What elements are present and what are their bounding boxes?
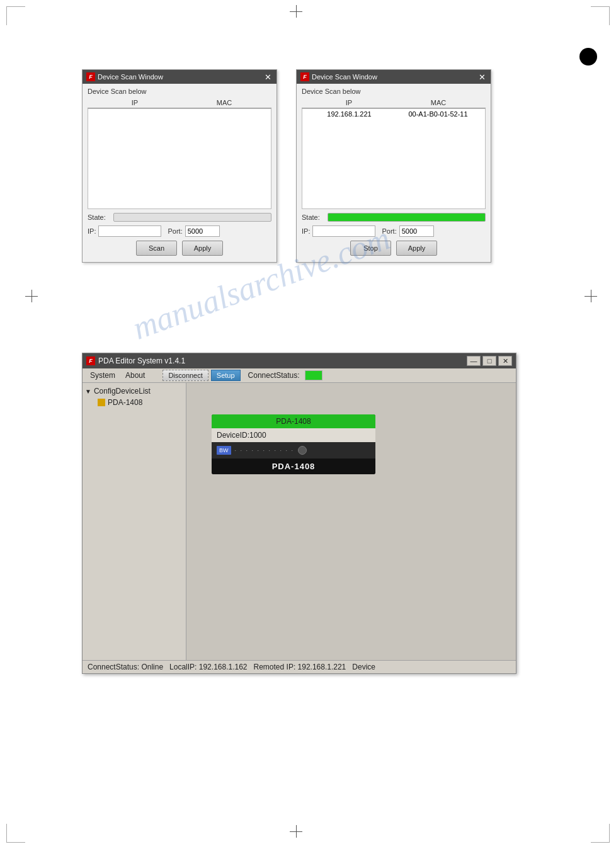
corner-br <box>591 824 610 843</box>
state-label-1: State: <box>88 214 110 221</box>
connect-status-indicator <box>305 370 322 380</box>
port-label-1: Port: <box>168 227 182 235</box>
scan-window-2-title: Device Scan Window <box>312 73 377 81</box>
port-label-2: Port: <box>382 227 396 235</box>
disconnect-button[interactable]: Disconnect <box>163 370 208 381</box>
state-bar-2 <box>328 213 486 222</box>
scan-row-ip: 192.168.1.221 <box>305 110 394 118</box>
scan-btn-row-2: Stop Apply <box>302 241 486 256</box>
ip-label-1: IP: <box>88 227 96 235</box>
scan-window-1-close[interactable]: ✕ <box>263 72 273 82</box>
minimize-button[interactable]: — <box>467 356 481 366</box>
titlebar-1-left: F Device Scan Window <box>86 72 163 81</box>
hw-circle <box>298 446 307 455</box>
crosshair-right-mid <box>585 290 597 302</box>
apply-button-2[interactable]: Apply <box>396 241 437 256</box>
status-local-ip: LocalIP: 192.168.1.162 <box>169 663 247 671</box>
scan-table-body-2: 192.168.1.221 00-A1-B0-01-52-11 <box>302 108 486 209</box>
app-icon-1: F <box>86 72 95 81</box>
tree-item-icon <box>98 399 105 406</box>
tree-item-pda1408[interactable]: PDA-1408 <box>85 397 183 408</box>
scan-window-2-body: Device Scan below IP MAC 192.168.1.221 0… <box>297 84 491 262</box>
toolbar-area: Disconnect Setup ConnectStatus: <box>163 370 322 381</box>
scan-button-1[interactable]: Scan <box>136 241 177 256</box>
state-label-2: State: <box>302 214 324 221</box>
ip-input-2[interactable] <box>312 225 375 237</box>
main-sidebar: ▼ ConfigDeviceList PDA-1408 <box>83 383 186 660</box>
maximize-button[interactable]: □ <box>482 356 496 366</box>
col-mac-header-1: MAC <box>180 99 269 106</box>
device-card-green: PDA-1408 <box>212 414 375 428</box>
device-card: PDA-1408 DeviceID:1000 BW · · · · · · · … <box>212 414 375 474</box>
hw-dots: · · · · · · · · · · · <box>235 447 295 453</box>
device-id-label: DeviceID:1000 <box>217 431 266 440</box>
corner-bl <box>6 824 25 843</box>
main-titlebar: F PDA Editor System v1.4.1 — □ ✕ <box>83 353 516 368</box>
device-card-info: DeviceID:1000 <box>212 428 375 442</box>
state-bar-1 <box>113 213 271 222</box>
apply-button-1[interactable]: Apply <box>182 241 223 256</box>
scan-table-header-2: IP MAC <box>302 98 486 108</box>
col-ip-header-1: IP <box>90 99 180 106</box>
scan-state-row-2: State: <box>302 213 486 222</box>
corner-tr <box>591 6 610 25</box>
main-canvas: PDA-1408 DeviceID:1000 BW · · · · · · · … <box>186 383 516 660</box>
scan-window-2-titlebar: F Device Scan Window ✕ <box>297 70 491 84</box>
device-card-label: PDA-1408 <box>212 459 375 474</box>
port-input-2[interactable] <box>399 225 434 237</box>
col-ip-header-2: IP <box>304 99 394 106</box>
scan-window-1-body: Device Scan below IP MAC State: IP: Port… <box>83 84 277 262</box>
scan-device-label-2: Device Scan below <box>302 88 486 95</box>
scan-ip-row-1: IP: Port: <box>88 225 271 237</box>
connect-status-label: ConnectStatus: <box>248 371 300 380</box>
col-mac-header-2: MAC <box>394 99 483 106</box>
crosshair-left-mid <box>25 290 38 302</box>
scan-device-label-1: Device Scan below <box>88 88 271 95</box>
app-icon-2: F <box>300 72 309 81</box>
device-card-hw: BW · · · · · · · · · · · <box>212 442 375 459</box>
scan-table-body-1 <box>88 108 271 209</box>
scan-btn-row-1: Scan Apply <box>88 241 271 256</box>
scan-row-mac: 00-A1-B0-01-52-11 <box>394 110 482 118</box>
status-connect: ConnectStatus: Online <box>88 663 163 671</box>
tree-section-header[interactable]: ▼ ConfigDeviceList <box>85 385 183 397</box>
ip-label-2: IP: <box>302 227 310 235</box>
scan-window-2: F Device Scan Window ✕ Device Scan below… <box>296 69 491 263</box>
tree-item-label: PDA-1408 <box>108 398 142 407</box>
main-app-icon: F <box>86 356 95 365</box>
main-menubar: System About Disconnect Setup ConnectSta… <box>83 368 516 383</box>
main-titlebar-left: F PDA Editor System v1.4.1 <box>86 356 185 365</box>
port-input-1[interactable] <box>185 225 220 237</box>
tree-arrow-icon: ▼ <box>85 388 91 395</box>
corner-tl <box>6 6 25 25</box>
tree-section-label: ConfigDeviceList <box>94 387 151 396</box>
scan-ip-row-2: IP: Port: <box>302 225 486 237</box>
scan-window-1-titlebar: F Device Scan Window ✕ <box>83 70 277 84</box>
scan-window-2-close[interactable]: ✕ <box>477 72 487 82</box>
scan-window-1: F Device Scan Window ✕ Device Scan below… <box>82 69 277 263</box>
titlebar-2-left: F Device Scan Window <box>300 72 377 81</box>
black-circle-badge <box>579 48 597 66</box>
window-controls: — □ ✕ <box>467 356 512 366</box>
status-device: Device <box>352 663 375 671</box>
status-remote-ip: Remoted IP: 192.168.1.221 <box>254 663 346 671</box>
ip-input-1[interactable] <box>98 225 161 237</box>
main-window: F PDA Editor System v1.4.1 — □ ✕ System … <box>82 353 516 674</box>
scan-windows-container: F Device Scan Window ✕ Device Scan below… <box>82 69 491 263</box>
scan-table-row-2-0: 192.168.1.221 00-A1-B0-01-52-11 <box>302 109 485 119</box>
main-content: ▼ ConfigDeviceList PDA-1408 PDA-1408 Dev… <box>83 383 516 660</box>
hw-blue-label: BW <box>217 446 231 455</box>
menu-system[interactable]: System <box>85 370 120 381</box>
crosshair-bottom <box>290 825 302 838</box>
main-statusbar: ConnectStatus: Online LocalIP: 192.168.1… <box>83 660 516 673</box>
menu-about[interactable]: About <box>120 370 150 381</box>
setup-button[interactable]: Setup <box>211 370 241 381</box>
scan-window-1-title: Device Scan Window <box>98 73 163 81</box>
scan-table-header-1: IP MAC <box>88 98 271 108</box>
scan-state-row-1: State: <box>88 213 271 222</box>
stop-button-2[interactable]: Stop <box>350 241 391 256</box>
crosshair-top <box>290 5 302 18</box>
close-button[interactable]: ✕ <box>498 356 512 366</box>
main-window-title: PDA Editor System v1.4.1 <box>98 356 185 365</box>
